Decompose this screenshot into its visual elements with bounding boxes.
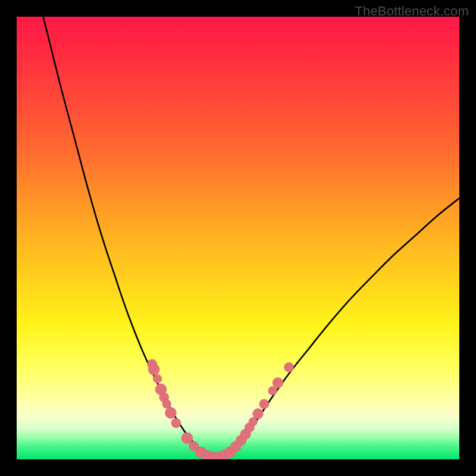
curve-marker (148, 364, 159, 375)
curve-markers (148, 359, 294, 459)
curve-marker (284, 362, 294, 372)
curve-marker (165, 407, 176, 418)
chart-svg (17, 17, 459, 459)
chart-frame: TheBottleneck.com (0, 0, 476, 476)
curve-marker (153, 374, 162, 383)
bottleneck-curve (43, 17, 459, 458)
curve-marker (268, 386, 277, 395)
curve-marker (162, 400, 171, 409)
curve-marker (259, 399, 269, 409)
curve-lines (43, 17, 459, 458)
curve-marker (253, 409, 264, 419)
curve-marker (273, 378, 283, 389)
curve-marker (171, 418, 181, 428)
plot-area (17, 17, 459, 459)
